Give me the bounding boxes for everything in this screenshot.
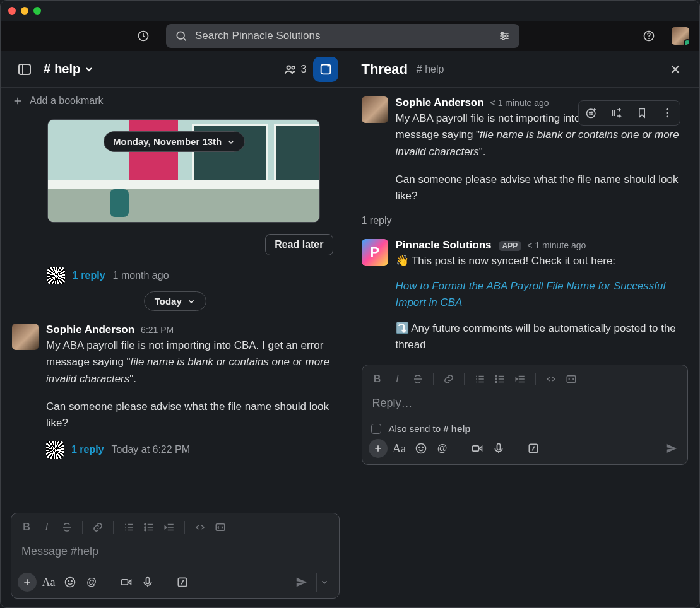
video-icon[interactable] <box>117 573 136 592</box>
send-button[interactable] <box>662 439 681 458</box>
reply-input[interactable] <box>362 393 688 418</box>
strike-icon[interactable] <box>58 518 76 536</box>
codeblock-icon[interactable] <box>211 518 229 536</box>
mic-icon[interactable] <box>138 573 157 592</box>
message-list[interactable]: Monday, November 13th Read later 1 reply… <box>1 114 350 503</box>
mention-icon[interactable]: @ <box>82 573 101 592</box>
ordered-list-icon[interactable] <box>471 370 489 388</box>
channel-name-button[interactable]: # help <box>44 62 94 76</box>
format-toolbar: B I <box>11 513 339 541</box>
react-icon[interactable] <box>579 101 604 125</box>
also-send-row[interactable]: Also send to # help <box>362 421 688 435</box>
forward-icon[interactable] <box>604 101 629 125</box>
strike-icon[interactable] <box>409 370 427 388</box>
more-icon[interactable] <box>655 101 680 125</box>
search-input[interactable] <box>195 30 490 42</box>
thread-composer: B I Also send to # help <box>362 365 689 465</box>
svg-point-32 <box>418 447 420 448</box>
codeblock-icon[interactable] <box>562 370 580 388</box>
window-minimize[interactable] <box>21 7 28 15</box>
new-canvas-button[interactable] <box>313 57 338 82</box>
mic-icon[interactable] <box>489 439 508 458</box>
app-avatar[interactable]: P <box>362 239 388 266</box>
synced-post-link[interactable]: How to Format the ABA Payroll File Name … <box>396 280 666 308</box>
message-time[interactable]: < 1 minute ago <box>490 98 549 108</box>
svg-point-17 <box>71 581 73 582</box>
emoji-icon[interactable] <box>61 573 80 592</box>
app-name[interactable]: Pinnacle Solutions <box>396 239 492 252</box>
bullet-list-icon[interactable] <box>140 518 158 536</box>
filters-icon[interactable] <box>498 30 511 42</box>
bullet-list-icon[interactable] <box>491 370 509 388</box>
italic-icon[interactable]: I <box>389 370 406 388</box>
thread-reply: P Pinnacle Solutions APP < 1 minute ago … <box>362 239 689 354</box>
window-zoom[interactable] <box>33 7 41 15</box>
author-avatar[interactable] <box>12 324 39 350</box>
video-icon[interactable] <box>468 439 487 458</box>
help-button[interactable] <box>636 23 661 49</box>
bold-icon[interactable]: B <box>369 370 386 388</box>
italic-icon[interactable]: I <box>38 518 56 536</box>
members-button[interactable]: 3 <box>283 62 307 76</box>
thread-root-message: Sophie Anderson < 1 minute ago My ABA pa… <box>362 96 689 205</box>
replier-avatar <box>47 267 65 284</box>
message-time[interactable]: < 1 minute ago <box>527 240 586 250</box>
chevron-down-icon <box>84 64 94 74</box>
thread-summary[interactable]: 1 reply Today at 6:22 PM <box>46 441 338 459</box>
bookmark-bar[interactable]: Add a bookmark <box>1 88 350 114</box>
svg-point-6 <box>648 38 650 39</box>
svg-point-29 <box>495 382 496 383</box>
author-name[interactable]: Sophie Anderson <box>46 324 134 336</box>
date-divider-today[interactable]: Today <box>144 291 206 311</box>
close-thread-button[interactable] <box>663 57 688 82</box>
author-name[interactable]: Sophie Anderson <box>396 96 484 109</box>
code-icon[interactable] <box>542 370 560 388</box>
message-time[interactable]: 6:21 PM <box>141 325 174 335</box>
also-send-checkbox[interactable] <box>371 424 381 434</box>
bookmark-icon[interactable] <box>629 101 655 125</box>
svg-rect-18 <box>122 580 128 585</box>
attach-button[interactable] <box>369 439 388 458</box>
ordered-list-icon[interactable] <box>120 518 138 536</box>
message-input[interactable] <box>11 541 339 566</box>
self-avatar[interactable] <box>672 27 689 45</box>
reply-age: 1 month ago <box>113 270 169 281</box>
date-divider[interactable]: Monday, November 13th <box>104 131 245 152</box>
history-button[interactable] <box>131 23 156 49</box>
thread-summary[interactable]: 1 reply 1 month ago <box>47 267 338 284</box>
reply-count-link[interactable]: 1 reply <box>71 444 104 455</box>
read-later-button[interactable]: Read later <box>265 234 333 255</box>
link-icon[interactable] <box>440 370 458 388</box>
channel-name: help <box>54 62 80 76</box>
plus-icon <box>12 95 23 107</box>
svg-point-11 <box>145 523 146 525</box>
toggle-sidebar-button[interactable] <box>12 57 37 82</box>
reply-count-link[interactable]: 1 reply <box>73 270 105 281</box>
people-icon <box>283 62 297 76</box>
link-icon[interactable] <box>89 518 107 536</box>
svg-point-24 <box>667 108 668 110</box>
send-button[interactable] <box>292 573 311 592</box>
link-preview-image[interactable]: Monday, November 13th <box>47 119 320 223</box>
emoji-icon[interactable] <box>412 439 430 458</box>
author-avatar[interactable] <box>362 96 388 123</box>
search-box[interactable] <box>166 24 519 48</box>
thread-channel-link[interactable]: # help <box>417 64 444 75</box>
svg-rect-7 <box>19 64 30 74</box>
replier-avatar <box>46 441 64 459</box>
search-icon <box>175 30 187 42</box>
attach-button[interactable] <box>18 573 37 592</box>
bold-icon[interactable]: B <box>18 518 35 536</box>
indent-list-icon[interactable] <box>160 518 178 536</box>
thread-title: Thread <box>362 61 408 78</box>
window-close[interactable] <box>8 7 16 15</box>
code-icon[interactable] <box>191 518 209 536</box>
shortcut-icon[interactable] <box>524 439 543 458</box>
send-options-button[interactable] <box>316 573 333 592</box>
indent-list-icon[interactable] <box>511 370 529 388</box>
format-toggle-icon[interactable]: Aa <box>390 439 409 458</box>
mention-icon[interactable]: @ <box>433 439 452 458</box>
shortcut-icon[interactable] <box>173 573 192 592</box>
format-toggle-icon[interactable]: Aa <box>39 573 58 592</box>
also-send-label: Also send to # help <box>389 423 471 434</box>
